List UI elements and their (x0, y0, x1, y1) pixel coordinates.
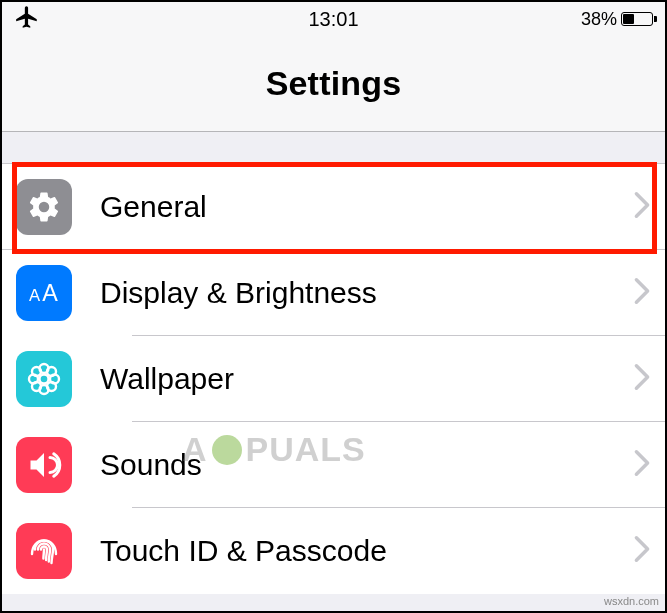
chevron-right-icon (633, 449, 651, 481)
svg-point-2 (40, 375, 49, 384)
speaker-icon (16, 437, 72, 493)
nav-bar: Settings (2, 36, 665, 132)
chevron-right-icon (633, 363, 651, 395)
text-size-icon: AA (16, 265, 72, 321)
fingerprint-icon (16, 523, 72, 579)
row-label-wallpaper: Wallpaper (100, 362, 625, 396)
row-sounds[interactable]: Sounds (2, 422, 665, 508)
battery-icon (621, 12, 653, 26)
row-wallpaper[interactable]: Wallpaper (2, 336, 665, 422)
flower-icon (16, 351, 72, 407)
row-general[interactable]: General (2, 164, 665, 250)
row-label-general: General (100, 190, 625, 224)
svg-text:A: A (29, 286, 41, 305)
status-time: 13:01 (2, 8, 665, 31)
chevron-right-icon (633, 277, 651, 309)
row-display-brightness[interactable]: AA Display & Brightness (2, 250, 665, 336)
battery-indicator: 38% (581, 9, 653, 30)
svg-text:A: A (42, 280, 58, 306)
row-touchid-passcode[interactable]: Touch ID & Passcode (2, 508, 665, 594)
airplane-mode-icon (14, 4, 40, 35)
battery-percent: 38% (581, 9, 617, 30)
chevron-right-icon (633, 191, 651, 223)
row-label-touchid: Touch ID & Passcode (100, 534, 625, 568)
row-label-display: Display & Brightness (100, 276, 625, 310)
gear-icon (16, 179, 72, 235)
source-tag: wsxdn.com (604, 595, 659, 607)
status-bar: 13:01 38% (2, 2, 665, 36)
chevron-right-icon (633, 535, 651, 567)
page-title: Settings (266, 64, 402, 103)
section-gap (2, 132, 665, 164)
row-label-sounds: Sounds (100, 448, 625, 482)
